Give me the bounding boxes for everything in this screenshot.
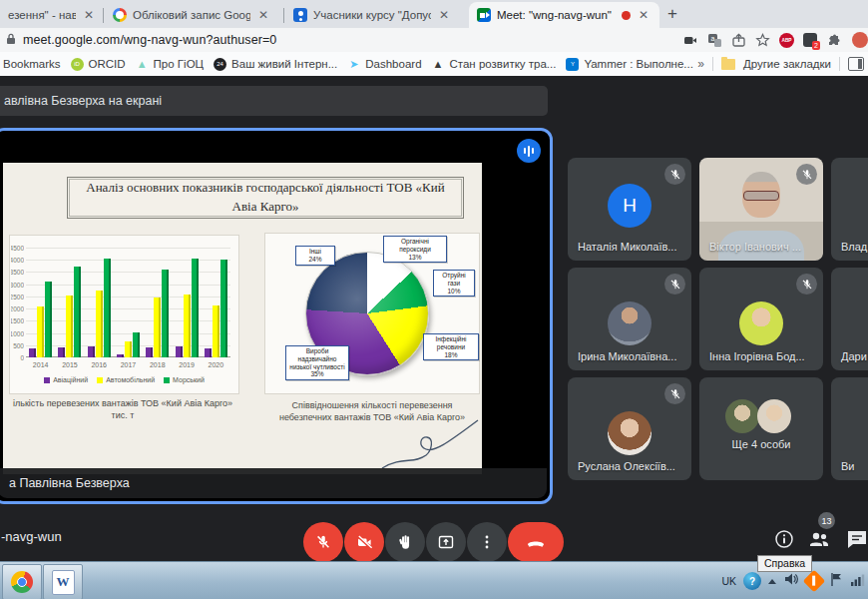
tab-1[interactable]: езення" - навча ✕ (0, 2, 102, 28)
profile-avatar-icon[interactable] (852, 32, 868, 48)
bookmark-star-icon[interactable] (755, 33, 770, 48)
tab-3-close-icon[interactable]: ✕ (439, 9, 449, 21)
avatar (608, 301, 651, 345)
bookmark-item-4[interactable]: ➤Dashboard (347, 58, 421, 71)
pie-callout-infectious: Інфекційні речовини18% (423, 333, 479, 360)
people-button[interactable] (806, 526, 832, 552)
leave-call-button[interactable] (508, 522, 564, 561)
bookmark-item-6[interactable]: YYammer : Выполне... (566, 58, 693, 71)
bookmark-item-3[interactable]: 24Ваш живий Інтерн... (214, 58, 337, 71)
divider (839, 57, 840, 71)
camera-access-icon[interactable] (683, 33, 698, 48)
bookmark-label: Про ГіОЦ (154, 58, 205, 70)
bookmark-item-1[interactable]: iDORCID (71, 58, 126, 71)
tab-separator (103, 8, 104, 23)
volume-icon[interactable] (783, 571, 799, 591)
adblock-extension-icon[interactable]: ABP (779, 33, 794, 48)
triangle-icon: ▲ (136, 58, 149, 71)
bar-chart-caption: ількість перевезених вантажів ТОВ «Кий А… (3, 398, 242, 421)
participant-name: Інна Ігорівна Бод... (709, 350, 805, 362)
info-button[interactable] (771, 526, 797, 552)
translate-icon[interactable]: a (707, 33, 722, 48)
taskbar-chrome-button[interactable] (2, 564, 42, 599)
bar-Автомобільний-2015 (66, 296, 73, 357)
tab-3[interactable]: Учасники курсу "Допуск до зах ✕ (285, 2, 469, 28)
participant-tile-3[interactable]: Ірина Миколаївна... (568, 268, 691, 370)
other-bookmarks-folder-icon (721, 59, 735, 70)
bookmark-item-2[interactable]: ▲Про ГіОЦ (136, 58, 205, 71)
yammer-icon: Y (566, 58, 579, 71)
participant-tile-6[interactable]: Руслана Олексіїв... (568, 377, 691, 480)
taskbar-word-button[interactable]: W (43, 564, 83, 599)
tab-2[interactable]: Обліковий запис Google ✕ (105, 2, 282, 28)
bookmark-item-0[interactable]: Bookmarks (3, 58, 61, 70)
other-bookmarks-label[interactable]: Другие закладки (743, 58, 831, 70)
toolbar-right-icons: a ABP 2 (683, 28, 868, 52)
new-tab-button[interactable]: + (667, 4, 677, 24)
y-tick-label: 1500 (11, 317, 24, 324)
tab-meet-close-icon[interactable]: ✕ (639, 9, 649, 21)
address-bar-url[interactable]: meet.google.com/wng-navg-wun?authuser=0 (23, 33, 276, 47)
participant-tile-7[interactable]: Ще 4 особи (699, 377, 823, 480)
network-signal-icon[interactable] (850, 572, 866, 591)
help-tray-icon[interactable]: ? (743, 572, 761, 590)
extensions-puzzle-icon[interactable] (826, 33, 841, 48)
presenting-banner: авлівна Безверха на екрані (0, 86, 548, 116)
x-tick-label: 2016 (91, 361, 107, 368)
participant-tile-1[interactable]: Віктор Іванович ... (699, 158, 823, 261)
bar-group-2017 (117, 248, 140, 357)
tab-2-close-icon[interactable]: ✕ (258, 9, 268, 21)
bar-Морський-2014 (45, 282, 52, 357)
raise-hand-button[interactable] (385, 522, 425, 561)
presenting-banner-text: авлівна Безверха на екрані (4, 94, 162, 108)
participant-name: Віктор Іванович ... (709, 241, 801, 253)
side-panel-icon[interactable] (848, 57, 864, 71)
participant-tile-4[interactable]: Інна Ігорівна Бод... (699, 268, 823, 370)
extension-badge-icon[interactable]: 2 (803, 33, 817, 47)
avast-icon[interactable] (803, 570, 826, 593)
tab-meet-label: Meet: "wng-navg-wun" (497, 9, 612, 21)
share-icon[interactable] (731, 33, 746, 48)
help-tooltip: Справка (757, 555, 812, 572)
chrome-icon (11, 571, 33, 593)
x-tick-label: 2015 (62, 361, 78, 368)
participant-tile-8[interactable]: Ви (831, 377, 868, 480)
tab-1-close-icon[interactable]: ✕ (84, 9, 94, 21)
avatar (725, 399, 759, 433)
present-button[interactable] (426, 522, 466, 561)
muted-mic-icon (664, 383, 685, 404)
bar-Автомобільний-2019 (184, 295, 191, 357)
participant-name: Влад (841, 241, 867, 253)
slide-title: Аналіз основних показників господарської… (67, 177, 464, 219)
tab-2-label: Обліковий запис Google (133, 9, 250, 21)
y-tick-label: 1000 (11, 330, 24, 337)
camera-off-button[interactable] (344, 522, 384, 561)
bookmark-label: Ваш живий Інтерн... (231, 58, 337, 70)
microphone-off-button[interactable] (303, 522, 343, 561)
legend-item: Авіаційний (44, 376, 88, 383)
action-center-flag-icon[interactable] (829, 572, 843, 591)
pie-chart-panel: Органічні пероксиди13% Отруйні гази10% І… (264, 233, 480, 394)
legend-item: Морський (164, 376, 205, 383)
participant-tile-5[interactable]: Дари (831, 268, 868, 370)
bar-Автомобільний-2018 (154, 298, 161, 357)
more-options-button[interactable] (467, 522, 507, 561)
language-indicator[interactable]: UK (721, 575, 736, 587)
shared-screen-tile[interactable]: Аналіз основних показників господарської… (0, 128, 553, 504)
show-hidden-icons[interactable] (768, 579, 776, 584)
classroom-favicon-icon (293, 8, 307, 22)
chat-button[interactable] (844, 526, 868, 552)
muted-mic-icon (664, 164, 685, 185)
recording-dot-icon (622, 11, 631, 20)
participant-tile-2[interactable]: Влад (831, 158, 868, 261)
bar-Авіаційний-2019 (176, 346, 183, 357)
padlock-icon[interactable] (6, 31, 16, 49)
tab-meet-active[interactable]: Meet: "wng-navg-wun" ✕ (469, 2, 659, 28)
x-tick-label: 2017 (121, 361, 137, 368)
bookmarks-overflow-chevron[interactable]: » (697, 57, 704, 71)
bookmark-label: Стан розвитку тра... (450, 58, 557, 70)
mountain-icon: ▲ (432, 58, 445, 71)
bookmark-label: Yammer : Выполне... (584, 58, 693, 70)
participant-tile-0[interactable]: ННаталія Миколаїв... (568, 158, 691, 261)
bookmark-item-5[interactable]: ▲Стан розвитку тра... (432, 58, 557, 71)
